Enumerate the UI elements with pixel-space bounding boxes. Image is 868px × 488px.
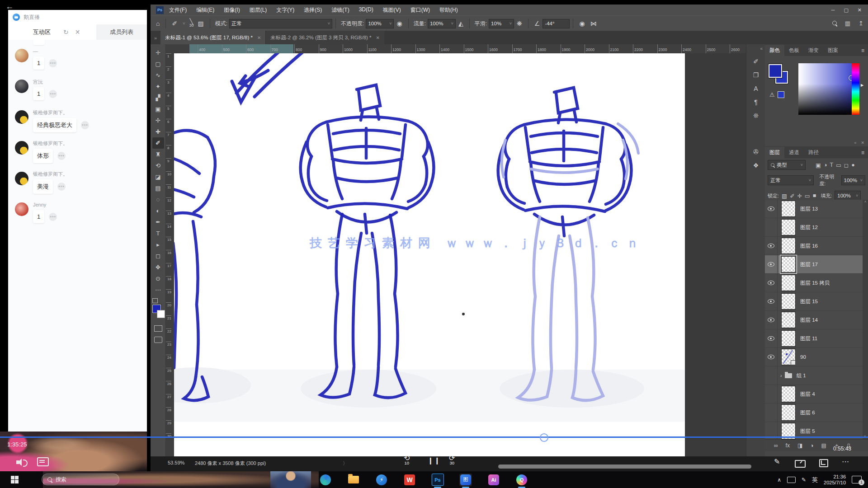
photoshop-app-icon[interactable]: Ps [431, 474, 444, 486]
back-arrow-icon[interactable]: ← [5, 2, 14, 11]
quark-app-icon[interactable]: Q [515, 474, 528, 486]
symmetry-icon[interactable]: ⋈ [590, 20, 597, 27]
lock-all-icon[interactable]: ■ [813, 192, 816, 199]
lock-position-icon[interactable]: ✛ [797, 192, 802, 199]
menu-item[interactable]: 帮助(H) [439, 6, 458, 14]
menu-item[interactable]: 文字(Y) [276, 6, 294, 14]
tool-icon[interactable]: ◐ [152, 205, 164, 216]
message-more-button[interactable]: ••• [81, 121, 89, 129]
forward-30-button[interactable]: ⟳30 [449, 455, 455, 465]
brush-panel-toggle-icon[interactable]: ▨ [198, 20, 203, 27]
wps-app-icon[interactable]: W [403, 474, 416, 486]
tool-icon[interactable]: ▢ [152, 58, 164, 70]
layer-row[interactable]: › 图层 11 [765, 329, 863, 348]
canvas[interactable]: 技艺学习素材网 ｗｗｗ．ｊｙ３ｄ．ｃｎ [174, 53, 685, 461]
tab-color[interactable]: 颜色 [765, 45, 784, 56]
menu-item[interactable]: 选择(S) [304, 6, 322, 14]
chevron-down-icon[interactable]: ˅ [183, 21, 185, 26]
seek-handle[interactable] [540, 433, 548, 442]
quick-mask-icon[interactable] [154, 325, 162, 332]
panel-menu-icon[interactable]: ≡ [861, 47, 864, 54]
lock-artboard-icon[interactable]: ▭ [805, 192, 810, 199]
tab-paths[interactable]: 路径 [804, 147, 823, 158]
glyphs-panel-icon[interactable]: ❊ [749, 109, 763, 122]
paragraph-panel-icon[interactable]: ¶ [749, 95, 763, 109]
tool-icon[interactable]: ⟲ [152, 160, 164, 171]
layer-row[interactable]: › 图层 13 [765, 200, 863, 218]
tool-icon[interactable]: ✚ [152, 126, 164, 137]
tool-icon[interactable]: ▞ [152, 92, 164, 103]
menu-item[interactable]: 文件(F) [169, 6, 187, 14]
tab-patterns[interactable]: 图案 [823, 45, 843, 56]
flow-select[interactable]: 100%˅ [428, 19, 456, 28]
clock[interactable]: 21:36 2025/7/10 [824, 474, 846, 486]
zoom-level[interactable]: 53.59% [168, 460, 184, 465]
ai-app-icon[interactable]: Ai [487, 474, 500, 486]
tab-member-list[interactable]: 成员列表 [96, 24, 147, 40]
close-tab-icon[interactable]: ✕ [257, 35, 261, 40]
menu-item[interactable]: 编辑(E) [196, 6, 214, 14]
tool-icon[interactable]: ⊙ [152, 273, 164, 284]
brush-angle-input[interactable]: -44° [542, 19, 570, 28]
layer-thumbnail[interactable] [781, 312, 796, 328]
visibility-toggle[interactable] [765, 200, 778, 218]
menu-item[interactable]: 3D(D) [359, 6, 373, 14]
danmaku-toggle-icon[interactable] [37, 457, 49, 466]
layer-thumbnail[interactable] [781, 349, 796, 365]
tool-icon[interactable]: ▣ [152, 103, 164, 115]
panel-menu-icon[interactable]: ≡ [861, 150, 864, 156]
tray-expand-icon[interactable]: ∧ [777, 477, 781, 483]
seek-bar[interactable] [0, 436, 868, 438]
brush-settings-panel-icon[interactable]: ✐ [749, 55, 763, 68]
layer-thumbnail[interactable] [781, 386, 796, 402]
layer-row[interactable]: › 90 [765, 348, 863, 366]
character-panel-icon[interactable]: A [749, 82, 763, 95]
layer-thumbnail[interactable] [781, 201, 796, 217]
filter-type-icon[interactable]: T [830, 162, 833, 168]
screen-mode-icon[interactable] [154, 337, 162, 343]
tool-icon[interactable]: ◪ [152, 171, 164, 183]
history-panel-icon[interactable]: ✇ [749, 145, 763, 159]
search-icon[interactable] [832, 21, 837, 25]
visibility-toggle[interactable] [765, 274, 778, 292]
taskbar-search[interactable]: 搜索 [42, 474, 119, 485]
message-more-button[interactable]: ••• [57, 152, 66, 160]
filter-shape-icon[interactable]: ▭ [836, 162, 841, 169]
tool-icon[interactable]: ▸ [152, 239, 164, 250]
smoothing-gear-icon[interactable]: ❋ [517, 20, 522, 27]
visibility-toggle[interactable] [765, 385, 778, 403]
menu-item[interactable]: 图层(L) [250, 6, 267, 14]
link-layers-icon[interactable]: ∞ [774, 442, 778, 449]
tab-interaction[interactable]: 互动区 ↻ ✕ [8, 24, 96, 40]
tool-icon[interactable]: ✢ [152, 115, 164, 126]
tool-icon[interactable]: ✥ [152, 262, 164, 273]
layer-row[interactable]: › 图层 14 [765, 311, 863, 329]
chat-message-list[interactable]: — 1 ••• 宫沅 1 ••• [8, 40, 147, 432]
message-more-button[interactable]: ••• [57, 183, 66, 191]
workspace-panels-icon[interactable]: ▥ [845, 20, 850, 27]
layer-row[interactable]: › 图层 6 [765, 404, 863, 422]
layer-row[interactable]: › 图层 15 [765, 292, 863, 311]
layer-thumbnail[interactable] [781, 275, 796, 291]
pause-button[interactable]: ❙❙ [428, 456, 441, 465]
lock-pixels-icon[interactable]: ✐ [790, 192, 794, 199]
color-swatches[interactable] [151, 302, 165, 320]
layer-thumbnail[interactable] [781, 293, 796, 310]
more-options-icon[interactable]: ⋯ [842, 457, 849, 466]
tab-gradients[interactable]: 渐变 [804, 45, 823, 56]
note-pencil-icon[interactable]: ✎ [774, 457, 780, 466]
menu-item[interactable]: 图像(I) [224, 6, 240, 14]
file-explorer-icon[interactable] [347, 474, 360, 486]
close-tab-icon[interactable]: ✕ [376, 35, 380, 40]
visibility-toggle[interactable] [765, 348, 778, 366]
message-more-button[interactable]: ••• [49, 90, 57, 98]
input-language[interactable]: 英 [812, 476, 818, 484]
message-more-button[interactable]: ••• [49, 59, 57, 67]
layer-blend-select[interactable]: 正常˅ [768, 175, 814, 185]
properties-panel-icon[interactable]: ❖ [749, 159, 763, 172]
background-color-swatch[interactable] [157, 310, 165, 318]
layer-row[interactable]: › 图层 4 [765, 385, 863, 404]
layer-thumbnail[interactable] [781, 256, 796, 272]
collapse-panels-icon[interactable]: « [760, 46, 763, 51]
maximize-button[interactable]: ▢ [844, 7, 848, 13]
